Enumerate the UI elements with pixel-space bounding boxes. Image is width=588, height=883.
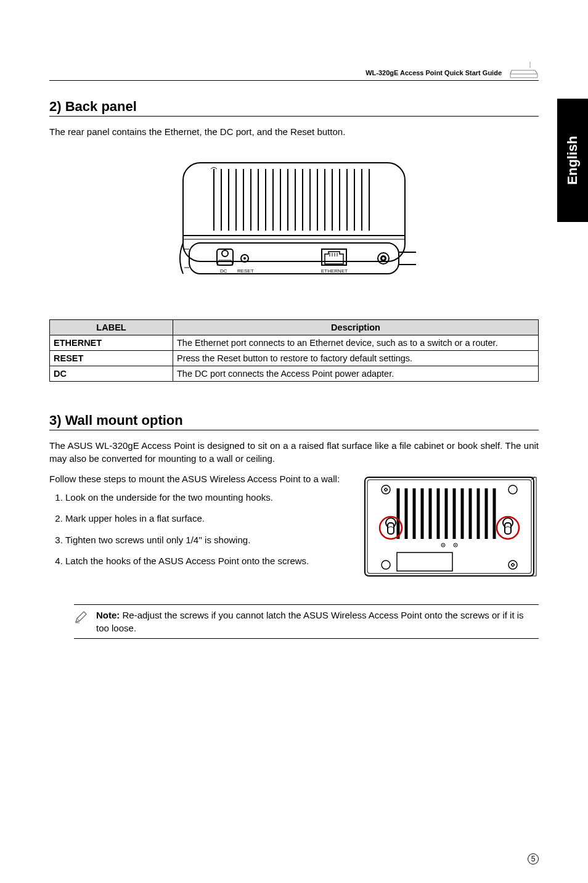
list-item: Latch the hooks of the ASUS Access Point…	[65, 555, 348, 567]
page-number: 5	[528, 853, 539, 865]
row-label: RESET	[50, 351, 173, 366]
svg-point-37	[243, 257, 246, 260]
list-item: Look on the underside for the two mounti…	[65, 491, 348, 504]
section-back-panel-intro: The rear panel contains the Ethernet, th…	[49, 125, 539, 138]
note-text: Note: Re-adjust the screws if you cannot…	[96, 609, 539, 635]
list-item: Tighten two screws until only 1/4'' is s…	[65, 534, 348, 546]
table-row: RESET Press the Reset button to restore …	[50, 351, 539, 366]
note-box: Note: Re-adjust the screws if you cannot…	[74, 604, 539, 639]
row-desc: The Ethernet port connects to an Etherne…	[173, 335, 539, 351]
table-header-desc: Description	[173, 320, 539, 335]
back-panel-figure: DC RESET ETHERNET	[49, 157, 539, 295]
note-body: Re-adjust the screws if you cannot latch…	[96, 610, 524, 633]
section-back-panel-title: 2) Back panel	[49, 99, 539, 117]
svg-point-51	[508, 485, 517, 494]
pencil-icon	[74, 609, 90, 635]
note-label: Note:	[96, 610, 120, 620]
svg-rect-4	[183, 163, 405, 261]
table-row: DC The DC port connects the Access Point…	[50, 366, 539, 382]
row-desc: Press the Reset button to restore to fac…	[173, 351, 539, 366]
port-description-table: LABEL Description ETHERNET The Ethernet …	[49, 319, 539, 382]
reset-button-label: RESET	[237, 268, 254, 274]
table-header-label: LABEL	[50, 320, 173, 335]
svg-point-58	[455, 544, 456, 546]
wall-follow-text: Follow these steps to mount the ASUS Wir…	[49, 472, 348, 485]
dc-port-label: DC	[220, 268, 227, 274]
svg-point-45	[382, 257, 385, 260]
list-item: Mark upper holes in a flat surface.	[65, 512, 348, 525]
svg-rect-59	[397, 552, 452, 571]
svg-rect-78	[505, 523, 511, 534]
svg-point-56	[443, 544, 444, 546]
row-desc: The DC port connects the Access Point po…	[173, 366, 539, 382]
section-wall-mount-title: 3) Wall mount option	[49, 413, 539, 430]
wall-mount-figure	[360, 472, 539, 586]
svg-line-79	[77, 618, 80, 621]
svg-point-52	[382, 561, 390, 569]
ethernet-port-label: ETHERNET	[321, 268, 348, 274]
svg-point-35	[222, 250, 228, 257]
row-label: DC	[50, 366, 173, 382]
section-wall-mount-intro: The ASUS WL-320gE Access Point is design…	[49, 439, 539, 465]
wall-mount-steps: Look on the underside for the two mounti…	[49, 491, 348, 567]
row-label: ETHERNET	[50, 335, 173, 351]
svg-rect-75	[388, 523, 394, 534]
table-row: ETHERNET The Ethernet port connects to a…	[50, 335, 539, 351]
